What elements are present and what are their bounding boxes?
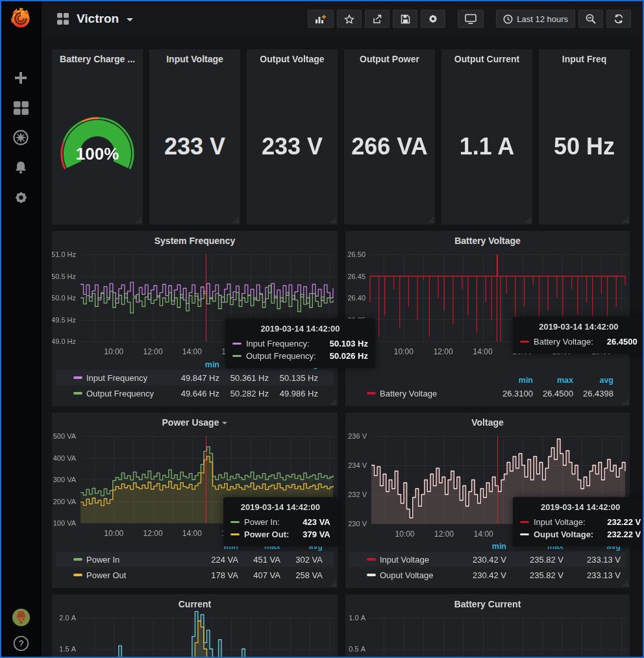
legend-series-name: Ouput Voltage	[380, 570, 433, 580]
tooltip-series-label: Input Frequency:	[246, 339, 310, 348]
legend-value: 302 VA	[280, 555, 323, 565]
tooltip-timestamp: 2019-03-14 14:42:00	[232, 324, 368, 334]
legend-header-avg[interactable]: avg	[573, 376, 613, 385]
legend-row[interactable]: Input Voltage230.42 V235.82 V233.13 V	[349, 552, 626, 567]
tv-mode-button[interactable]	[458, 10, 484, 28]
legend-header-max[interactable]: max	[533, 376, 573, 385]
alerting-bell-icon[interactable]	[13, 160, 29, 175]
tooltip-series-value: 423 VA	[293, 517, 330, 527]
legend-value: 235.82 V	[506, 555, 564, 565]
tooltip-series-row: Input Voltage:232.22 V	[520, 516, 641, 528]
star-button[interactable]	[337, 10, 362, 28]
legend-series-swatch	[367, 574, 376, 576]
explore-icon[interactable]	[13, 130, 29, 145]
legend-values: 49.847 Hz50.361 Hz50.135 Hz	[170, 373, 318, 383]
legend-row[interactable]: Ouput Voltage230.42 V235.82 V233.13 V	[349, 567, 626, 583]
legend-value: 224 VA	[196, 555, 238, 565]
zoom-out-button[interactable]	[578, 10, 603, 28]
chart-canvas[interactable]	[52, 594, 338, 658]
legend-row[interactable]: Power In224 VA451 VA302 VA	[56, 552, 334, 567]
save-button[interactable]	[393, 10, 417, 28]
panel-resize-handle[interactable]	[233, 217, 239, 223]
tooltip-series-swatch	[520, 521, 529, 523]
stat-value: 266 VA	[344, 133, 435, 160]
refresh-button[interactable]	[606, 10, 631, 28]
settings-gear-icon[interactable]	[13, 189, 29, 205]
time-range-label: Last 12 hours	[517, 14, 568, 24]
legend-series-name: Input Frequency	[86, 373, 147, 383]
legend-value: 26.4398	[573, 389, 613, 398]
clock-icon	[503, 14, 513, 24]
tooltip-series-label: Ouput Voltage:	[534, 530, 593, 539]
share-button[interactable]	[365, 10, 390, 28]
legend-row[interactable]: Power Out178 VA407 VA258 VA	[56, 567, 334, 583]
legend-row[interactable]: Battery Voltage26.310026.450026.4398	[349, 385, 626, 401]
graph-tooltip: 2019-03-14 14:42:00Input Frequency:50.10…	[225, 319, 375, 368]
tooltip-series-value: 379 VA	[293, 530, 330, 539]
legend-value: 49.847 Hz	[170, 373, 219, 383]
tooltip-timestamp: 2019-03-14 14:42:00	[520, 322, 638, 332]
tooltip-series-swatch	[232, 355, 242, 357]
panel-title[interactable]: Output Voltage	[247, 54, 338, 64]
legend-header-min[interactable]: min	[493, 376, 533, 385]
legend-header-min[interactable]: min	[449, 542, 506, 551]
legend-header-min[interactable]: min	[170, 360, 219, 369]
tooltip-series-row: Battery Voltage:26.4500	[520, 335, 638, 348]
legend-value: 26.4500	[533, 389, 573, 398]
panel-title[interactable]: Output Current	[441, 54, 532, 64]
legend-values: 178 VA407 VA258 VA	[196, 570, 323, 580]
legend-series-swatch	[73, 376, 82, 379]
tooltip-series-swatch	[232, 343, 242, 345]
add-panel-button[interactable]	[308, 10, 334, 28]
tooltip-series-row: Output Frequency:50.026 Hz	[232, 350, 368, 362]
tooltip-series-label: Battery Voltage:	[534, 337, 593, 347]
dashboard-grid-icon[interactable]	[57, 13, 69, 25]
panel-output-voltage: Output Voltage233 V	[247, 49, 338, 225]
stat-value: 50 Hz	[539, 133, 630, 160]
tooltip-timestamp: 2019-03-14 14:42:00	[520, 502, 641, 512]
grafana-logo[interactable]	[9, 6, 32, 30]
legend-series-name: Power Out	[86, 570, 126, 580]
graph-tooltip: 2019-03-14 14:42:00Battery Voltage:26.45…	[513, 317, 644, 354]
graph-tooltip: 2019-03-14 14:42:00Input Voltage:232.22 …	[513, 497, 644, 546]
tooltip-series-row: Input Frequency:50.103 Hz	[232, 337, 368, 350]
legend-row[interactable]: Input Frequency49.847 Hz50.361 Hz50.135 …	[56, 370, 334, 385]
legend-series-name: Output Frequency	[86, 389, 154, 398]
panel-resize-handle[interactable]	[623, 217, 628, 223]
dashboards-icon[interactable]	[13, 100, 29, 116]
tooltip-series-value: 50.103 Hz	[321, 339, 368, 348]
legend-row[interactable]: Output Frequency49.646 Hz50.282 Hz49.986…	[56, 385, 334, 401]
add-icon[interactable]	[13, 70, 29, 86]
panel-input-freq: Input Freq50 Hz	[539, 49, 630, 225]
tooltip-series-value: 232.22 V	[598, 517, 641, 527]
avatar[interactable]	[12, 609, 30, 626]
panel-resize-handle[interactable]	[428, 217, 434, 223]
legend-series-swatch	[73, 574, 82, 576]
chart-canvas[interactable]	[345, 594, 630, 658]
panel-title[interactable]: Input Freq	[539, 54, 630, 64]
panel-resize-handle[interactable]	[525, 217, 531, 223]
tooltip-timestamp: 2019-03-14 14:42:00	[230, 502, 330, 512]
panel-title[interactable]: Input Voltage	[149, 54, 240, 64]
tooltip-series-row: Power In:423 VA	[230, 516, 330, 528]
graph-tooltip: 2019-03-14 14:42:00Power In:423 VAPower …	[223, 497, 338, 546]
legend-value: 233.13 V	[564, 570, 621, 580]
panel-settings-button[interactable]	[421, 10, 445, 28]
legend-value: 49.986 Hz	[269, 389, 318, 398]
panel-resize-handle[interactable]	[330, 217, 336, 223]
legend-value: 230.42 V	[449, 570, 506, 580]
tooltip-series-row: Ouput Voltage:232.22 V	[520, 528, 641, 541]
time-range-button[interactable]: Last 12 hours	[496, 10, 575, 28]
dashboard-title[interactable]: Victron	[77, 12, 119, 26]
chevron-down-icon[interactable]	[127, 18, 133, 21]
navbar: Victron Last 12 hours	[42, 0, 644, 37]
help-icon[interactable]: ?	[13, 635, 29, 652]
panel-title[interactable]: Output Power	[344, 54, 435, 64]
legend-header-cols: minmaxavg	[493, 376, 613, 385]
sidebar: ?	[0, 0, 42, 658]
gauge-chart[interactable]	[52, 49, 143, 225]
legend-values: 224 VA451 VA302 VA	[196, 555, 323, 565]
stat-value: 233 V	[149, 133, 240, 160]
legend-value: 50.135 Hz	[269, 373, 318, 383]
legend-value: 50.361 Hz	[219, 373, 269, 383]
